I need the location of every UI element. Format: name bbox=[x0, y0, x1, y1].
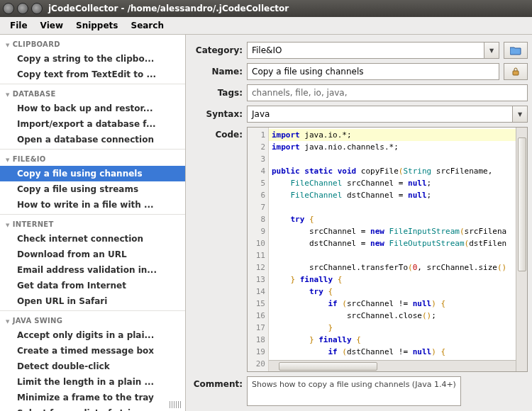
sidebar-item[interactable]: How to write in a file with ... bbox=[0, 197, 185, 213]
window-titlebar: jCodeCollector - /home/alessandro/.jCode… bbox=[0, 0, 532, 17]
sidebar-item[interactable]: Check internet connection bbox=[0, 231, 185, 247]
code-label: Code: bbox=[193, 127, 243, 140]
content-panel: Category: File&IO ▼ Name: Copy a file us… bbox=[186, 35, 532, 411]
lock-icon bbox=[511, 67, 521, 77]
sidebar-item[interactable]: Copy a string to the clipbo... bbox=[0, 51, 185, 67]
sidebar-item[interactable]: Select from a list of strings... bbox=[0, 405, 185, 411]
menu-view[interactable]: View bbox=[35, 18, 69, 33]
vscroll-thumb[interactable] bbox=[518, 137, 526, 271]
syntax-combo[interactable]: Java bbox=[247, 106, 512, 123]
code-vscrollbar[interactable] bbox=[516, 128, 527, 371]
new-category-button[interactable] bbox=[504, 42, 528, 59]
sidebar-item[interactable]: Get data from Internet bbox=[0, 278, 185, 293]
sidebar-item[interactable]: Copy text from TextEdit to ... bbox=[0, 67, 185, 82]
sidebar-item[interactable]: Accept only digits in a plai... bbox=[0, 327, 185, 343]
maximize-window-button[interactable] bbox=[31, 3, 43, 14]
sidebar-item[interactable]: Copy a file using channels bbox=[0, 166, 185, 181]
sidebar-item[interactable]: Email address validation in... bbox=[0, 262, 185, 278]
svg-rect-0 bbox=[513, 71, 519, 75]
hscroll-thumb[interactable] bbox=[279, 362, 377, 371]
comment-field[interactable]: Shows how to copy a file using channels … bbox=[247, 376, 461, 406]
menu-search[interactable]: Search bbox=[125, 18, 169, 33]
name-label: Name: bbox=[193, 67, 243, 77]
menu-file[interactable]: File bbox=[4, 18, 33, 33]
code-hscrollbar[interactable] bbox=[269, 360, 516, 371]
minimize-window-button[interactable] bbox=[17, 3, 28, 14]
sidebar-item[interactable]: Open a database connection bbox=[0, 132, 185, 147]
category-combo-button[interactable]: ▼ bbox=[484, 42, 499, 59]
sidebar-resize-grip[interactable] bbox=[170, 401, 182, 408]
close-window-button[interactable] bbox=[3, 3, 14, 14]
sidebar-item[interactable]: Open URL in Safari bbox=[0, 293, 185, 309]
tags-field[interactable]: channels, file, io, java, bbox=[247, 84, 528, 101]
menu-snippets[interactable]: Snippets bbox=[70, 18, 124, 33]
sidebar-item[interactable]: Limit the length in a plain ... bbox=[0, 374, 185, 390]
comment-label: Comment: bbox=[193, 376, 243, 389]
category-combo[interactable]: File&IO bbox=[247, 42, 484, 59]
sidebar-category-header[interactable]: FILE&IO bbox=[0, 151, 185, 166]
sidebar-category-header[interactable]: DATABASE bbox=[0, 86, 185, 101]
syntax-label: Syntax: bbox=[193, 109, 243, 119]
sidebar-category-header[interactable]: CLIPBOARD bbox=[0, 36, 185, 51]
sidebar: CLIPBOARDCopy a string to the clipbo...C… bbox=[0, 35, 186, 411]
sidebar-item[interactable]: Import/export a database f... bbox=[0, 116, 185, 132]
sidebar-item[interactable]: Copy a file using streams bbox=[0, 181, 185, 197]
menubar: File View Snippets Search bbox=[0, 17, 532, 35]
sidebar-item[interactable]: How to back up and restor... bbox=[0, 101, 185, 116]
category-label: Category: bbox=[193, 45, 243, 55]
sidebar-item[interactable]: Create a timed message box bbox=[0, 343, 185, 359]
lock-button[interactable] bbox=[504, 63, 528, 80]
syntax-combo-button[interactable]: ▼ bbox=[512, 106, 528, 123]
sidebar-item[interactable]: Download from an URL bbox=[0, 247, 185, 262]
sidebar-item[interactable]: Detect double-click bbox=[0, 359, 185, 374]
code-text[interactable]: import java.io.*;import java.nio.channel… bbox=[269, 128, 516, 371]
sidebar-category-header[interactable]: INTERNET bbox=[0, 216, 185, 231]
code-gutter: 1234567891011121314151617181920 bbox=[248, 128, 269, 371]
code-editor[interactable]: 1234567891011121314151617181920 import j… bbox=[247, 127, 528, 372]
tags-label: Tags: bbox=[193, 88, 243, 98]
name-field[interactable]: Copy a file using channels bbox=[247, 63, 499, 80]
window-title: jCodeCollector - /home/alessandro/.jCode… bbox=[48, 4, 289, 13]
folder-blue-icon bbox=[510, 45, 521, 55]
sidebar-item[interactable]: Minimize a frame to the tray bbox=[0, 390, 185, 405]
sidebar-category-header[interactable]: JAVA SWING bbox=[0, 313, 185, 327]
